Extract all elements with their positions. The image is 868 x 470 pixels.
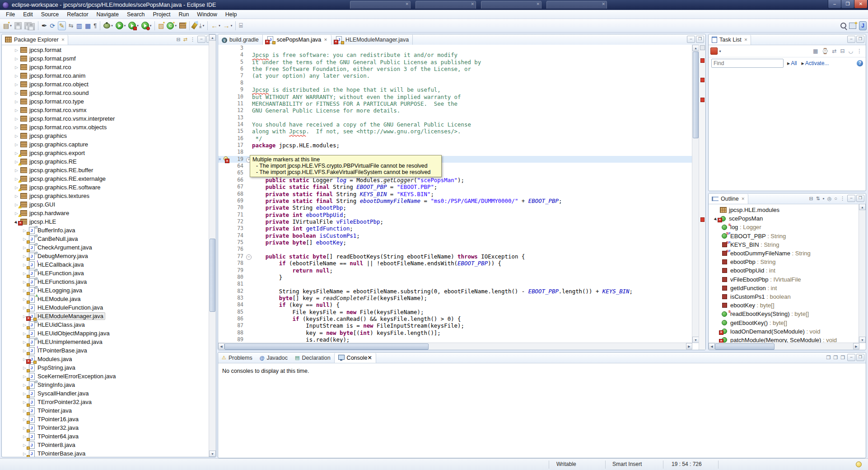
annotation-gutter[interactable] (218, 239, 230, 246)
open-task-icon[interactable] (191, 20, 198, 31)
tree-item[interactable]: ▷JTPointer.java (2, 406, 208, 415)
error-marker[interactable] (700, 217, 705, 222)
code-line[interactable]: 70 private String ebootPbp; (218, 204, 705, 211)
annotation-gutter[interactable] (218, 218, 230, 225)
annotation-gutter[interactable] (218, 267, 230, 274)
line-number[interactable]: 11 (230, 100, 246, 107)
tree-item[interactable]: ▷jpcsp.graphics.textures (2, 192, 208, 200)
tree-item[interactable]: ▶✕jpcsp.HLE (2, 217, 208, 226)
open-console-icon[interactable]: ❐ (826, 355, 831, 361)
debug-icon[interactable]: ▾ (102, 20, 114, 31)
outline-item[interactable]: SFEBOOT_PBP : String (709, 232, 859, 240)
tree-item[interactable]: ▷jpcsp.format.rco.vsmx (2, 106, 208, 114)
activate-link[interactable]: Activate... (805, 60, 829, 66)
tree-item[interactable]: ▷JPspString.java (2, 363, 208, 372)
tree-item[interactable]: ▷jpcsp.format.rco.object (2, 80, 208, 89)
view-menu-icon[interactable]: ⋮ (840, 196, 845, 202)
line-number[interactable]: 64 (230, 163, 246, 169)
outline-tab[interactable]: Outline ✕ (709, 194, 748, 204)
outline-item[interactable]: ✕patchModule(Memory, SceModule) : void (709, 336, 859, 343)
hide-fields-icon[interactable]: ▪ (823, 196, 825, 201)
line-number[interactable]: 69 (230, 197, 246, 204)
close-button[interactable]: ✕ (854, 0, 868, 9)
line-number[interactable]: 3 (230, 45, 246, 52)
chevron-down-icon[interactable]: ▾ (150, 24, 152, 28)
annotation-gutter[interactable] (218, 315, 230, 322)
code-line[interactable]: 88 key = new byte[(int) keysFile.length(… (218, 329, 705, 336)
close-icon[interactable]: ✕ (61, 38, 65, 42)
lightbulb-icon[interactable] (856, 461, 862, 467)
line-number[interactable]: 18 (230, 149, 246, 155)
save-all-icon[interactable] (23, 20, 36, 31)
line-number[interactable]: 80 (230, 274, 246, 281)
scroll-down-arrow[interactable]: ▼ (859, 337, 866, 343)
tree-item[interactable]: ▷JTPointer64.java (2, 432, 208, 441)
code-line[interactable]: 14You should have received a copy of the… (218, 121, 705, 128)
link-with-editor-icon[interactable]: ⇄ (183, 37, 187, 42)
help-icon[interactable]: ? (857, 60, 863, 66)
mark-occurrences-icon[interactable]: ✎ (56, 20, 67, 31)
tree-item[interactable]: ▷J@HLEFunction.java (2, 269, 208, 277)
code-line[interactable]: 83 byte[] key = readCompleteFile(keysFil… (218, 295, 705, 301)
run-icon[interactable]: ▾ (114, 20, 127, 31)
scrollbar-thumb[interactable] (210, 239, 215, 312)
code-line[interactable]: 87 InputStream is = new FileInputStream(… (218, 322, 705, 329)
scroll-left-arrow[interactable]: ◀ (709, 343, 715, 349)
fold-minus-icon[interactable]: − (246, 254, 252, 260)
line-number[interactable]: 13 (230, 114, 246, 121)
scrollbar-thumb[interactable] (693, 52, 699, 138)
code-line[interactable]: 85 File keysFile = new File(keysFileName… (218, 309, 705, 315)
scroll-right-arrow[interactable]: ▶ (853, 343, 859, 349)
filter-icon[interactable]: ◡ (849, 48, 853, 54)
line-number[interactable]: 19 (230, 156, 246, 163)
code-line[interactable]: 17package jpcsp.HLE.modules; (218, 142, 705, 149)
coverage-icon[interactable]: ▾ (127, 20, 140, 31)
chevron-down-icon[interactable]: ▾ (124, 24, 126, 28)
scroll-right-arrow[interactable]: ▶ (686, 343, 692, 349)
line-number[interactable]: 81 (230, 281, 246, 287)
code-line[interactable]: 11MERCHANTABILITY or FITNESS FOR A PARTI… (218, 100, 705, 107)
editor-tab-build-gradle[interactable]: gbuild.gradle (218, 35, 263, 45)
outline-item[interactable]: vFileEbootPbp : IVirtualFile (709, 275, 859, 284)
code-line[interactable]: 81 (218, 281, 705, 287)
annotation-gutter[interactable] (218, 197, 230, 204)
code-editor[interactable]: 34Jpcsp is free software: you can redist… (218, 45, 705, 350)
find-input[interactable] (711, 59, 784, 68)
tree-item[interactable]: ▷JIHLECallback.java (2, 260, 208, 269)
annotation-gutter[interactable] (218, 45, 230, 52)
tree-item[interactable]: ▷JIITPointerBase.java (2, 346, 208, 355)
error-marker[interactable] (700, 98, 705, 102)
tree-item[interactable]: ▷JTPointer8.java (2, 441, 208, 449)
hide-non-public-icon[interactable]: ○ (834, 196, 837, 201)
line-number[interactable]: 7 (230, 72, 246, 79)
console-tab-javadoc[interactable]: @Javadoc (256, 353, 291, 363)
annotation-gutter[interactable] (218, 177, 230, 183)
task-list-tab[interactable]: Task List ✕ (709, 35, 751, 45)
collapsed-arrow-icon[interactable]: ▷ (14, 91, 19, 95)
annotation-gutter[interactable] (218, 281, 230, 287)
line-number[interactable]: 72 (230, 218, 246, 225)
line-number[interactable]: 87 (230, 322, 246, 329)
outline-item[interactable]: isCustomPs1 : boolean (709, 292, 859, 301)
tree-item[interactable]: ▷jpcsp.format.rco.vsmx.interpreter (2, 114, 208, 123)
next-annotation-icon[interactable]: ⤓▾ (198, 20, 205, 31)
collapsed-arrow-icon[interactable]: ▷ (14, 48, 19, 52)
line-number[interactable]: 76 (230, 246, 246, 253)
menu-edit[interactable]: Edit (19, 10, 37, 19)
line-number[interactable]: 70 (230, 204, 246, 211)
error-marker[interactable] (700, 78, 705, 82)
collapsed-arrow-icon[interactable]: ▷ (14, 194, 19, 198)
profile-icon[interactable]: ▾ (140, 20, 153, 31)
annotation-gutter[interactable] (218, 163, 230, 169)
code-line[interactable]: 4Jpcsp is free software: you can redistr… (218, 52, 705, 58)
code-line[interactable]: 71 private int ebootPbpUid; (218, 212, 705, 218)
annotation-gutter[interactable] (218, 80, 230, 86)
new-class-icon[interactable]: C✦▾ (165, 20, 178, 31)
display-console-icon[interactable]: ❐ (833, 355, 838, 361)
scroll-down-arrow[interactable]: ▼ (692, 337, 699, 343)
maximize-view-icon[interactable]: ❐ (856, 36, 864, 43)
console-tab-problems[interactable]: ⚠Problems (218, 353, 256, 363)
chevron-down-icon[interactable]: ▾ (219, 24, 220, 28)
overview-ruler[interactable] (699, 45, 705, 350)
scroll-up-arrow[interactable]: ▲ (859, 204, 866, 210)
